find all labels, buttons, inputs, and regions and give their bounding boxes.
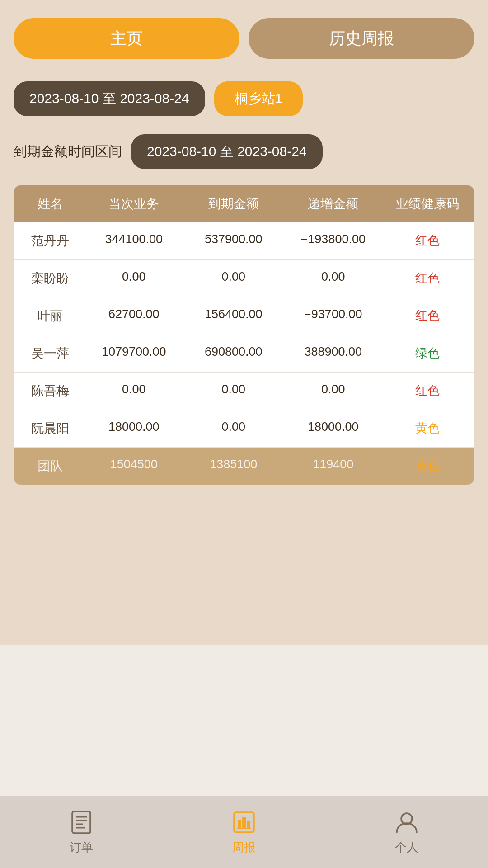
expire-label: 到期金额时间区间 [14, 142, 122, 161]
col-current: 当次业务 [81, 195, 186, 212]
cell-name: 吴一萍 [19, 345, 81, 362]
cell-name: 阮晨阳 [19, 420, 81, 437]
cell-increment: 18000.00 [281, 420, 385, 437]
weekly-icon [230, 809, 258, 836]
cell-name: 陈吾梅 [19, 382, 81, 400]
cell-increment: 0.00 [281, 270, 385, 287]
orders-icon [68, 809, 95, 836]
cell-name: 栾盼盼 [19, 270, 81, 287]
date-range-badge[interactable]: 2023-08-10 至 2023-08-24 [14, 81, 205, 116]
expire-row: 到期金额时间区间 2023-08-10 至 2023-08-24 [14, 134, 474, 169]
bottom-nav: 订单 周报 个人 [0, 796, 488, 868]
cell-expire: 156400.00 [186, 307, 281, 325]
tab-history[interactable]: 历史周报 [249, 18, 474, 59]
cell-increment: 388900.00 [281, 345, 385, 362]
table-row[interactable]: 阮晨阳 18000.00 0.00 18000.00 黄色 [14, 410, 474, 448]
cell-team-expire: 1385100 [186, 458, 281, 475]
table-header: 姓名 当次业务 到期金额 递增金额 业绩健康码 [14, 185, 474, 222]
table-row[interactable]: 陈吾梅 0.00 0.00 0.00 红色 [14, 373, 474, 410]
expire-date-badge[interactable]: 2023-08-10 至 2023-08-24 [131, 134, 323, 169]
cell-increment: −193800.00 [281, 232, 385, 250]
team-row: 团队 1504500 1385100 119400 黄色 [14, 448, 474, 485]
data-table: 姓名 当次业务 到期金额 递增金额 业绩健康码 范丹丹 344100.00 53… [14, 185, 474, 485]
cell-name: 叶丽 [19, 307, 81, 325]
col-expire: 到期金额 [186, 195, 281, 212]
cell-expire: 0.00 [186, 420, 281, 437]
nav-item-weekly[interactable]: 周报 [230, 809, 258, 855]
cell-increment: 0.00 [281, 382, 385, 400]
nav-label-profile: 个人 [395, 840, 418, 855]
col-name: 姓名 [19, 195, 81, 212]
cell-current: 344100.00 [81, 232, 186, 250]
nav-label-weekly: 周报 [232, 840, 256, 855]
table-row[interactable]: 栾盼盼 0.00 0.00 0.00 红色 [14, 260, 474, 297]
cell-current: 1079700.00 [81, 345, 186, 362]
tab-home[interactable]: 主页 [14, 18, 239, 59]
cell-current: 0.00 [81, 270, 186, 287]
cell-status: 红色 [385, 270, 469, 287]
cell-current: 0.00 [81, 382, 186, 400]
nav-item-profile[interactable]: 个人 [393, 809, 420, 855]
cell-expire: 0.00 [186, 382, 281, 400]
col-status: 业绩健康码 [385, 195, 469, 212]
cell-status: 红色 [385, 382, 469, 400]
table-row[interactable]: 叶丽 62700.00 156400.00 −93700.00 红色 [14, 297, 474, 335]
col-increment: 递增金额 [281, 195, 385, 212]
svg-rect-7 [242, 817, 246, 828]
cell-team-increment: 119400 [281, 458, 385, 475]
tab-row: 主页 历史周报 [14, 18, 474, 59]
filter-row: 2023-08-10 至 2023-08-24 桐乡站1 [14, 81, 474, 116]
station-badge[interactable]: 桐乡站1 [214, 81, 303, 116]
cell-team-current: 1504500 [81, 458, 186, 475]
cell-name: 范丹丹 [19, 232, 81, 250]
cell-team-status: 黄色 [385, 458, 469, 475]
cell-current: 18000.00 [81, 420, 186, 437]
svg-rect-8 [247, 821, 250, 828]
cell-expire: 690800.00 [186, 345, 281, 362]
svg-rect-6 [238, 820, 241, 828]
cell-expire: 537900.00 [186, 232, 281, 250]
profile-icon [393, 809, 420, 836]
nav-label-orders: 订单 [70, 840, 93, 855]
cell-increment: −93700.00 [281, 307, 385, 325]
cell-status: 绿色 [385, 345, 469, 362]
cell-status: 红色 [385, 307, 469, 325]
nav-item-orders[interactable]: 订单 [68, 809, 95, 855]
cell-expire: 0.00 [186, 270, 281, 287]
cell-status: 黄色 [385, 420, 469, 437]
cell-current: 62700.00 [81, 307, 186, 325]
cell-status: 红色 [385, 232, 469, 250]
cell-team-name: 团队 [19, 458, 81, 475]
table-row[interactable]: 吴一萍 1079700.00 690800.00 388900.00 绿色 [14, 335, 474, 373]
svg-rect-0 [72, 811, 90, 833]
table-row[interactable]: 范丹丹 344100.00 537900.00 −193800.00 红色 [14, 222, 474, 260]
